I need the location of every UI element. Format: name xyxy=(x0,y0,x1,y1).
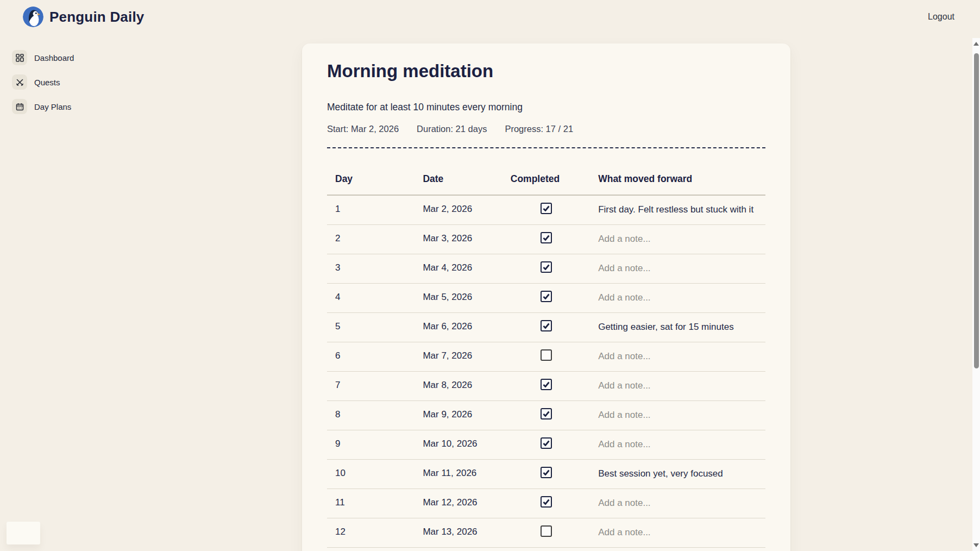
quest-table-body: 1Mar 2, 2026First day. Felt restless but… xyxy=(327,195,765,551)
note-cell: Best session yet, very focused xyxy=(590,460,765,489)
day-number: 12 xyxy=(327,518,414,548)
logout-button[interactable]: Logout xyxy=(928,12,954,22)
completed-checkbox[interactable] xyxy=(541,408,552,419)
note-text[interactable]: First day. Felt restless but stuck with … xyxy=(598,204,753,215)
completed-checkbox[interactable] xyxy=(541,437,552,449)
note-placeholder[interactable]: Add a note... xyxy=(598,527,650,537)
note-placeholder[interactable]: Add a note... xyxy=(598,351,650,361)
day-number: 9 xyxy=(327,430,414,460)
sidebar-item-day-plans[interactable]: Day Plans xyxy=(12,99,137,114)
day-number: 7 xyxy=(327,372,414,401)
table-row: 8Mar 9, 2026Add a note... xyxy=(327,401,765,430)
day-number: 3 xyxy=(327,254,414,284)
sidebar-item-dashboard[interactable]: Dashboard xyxy=(12,50,137,65)
note-placeholder[interactable]: Add a note... xyxy=(598,380,650,391)
table-row: Add a note... xyxy=(327,548,765,551)
table-header-row: Day Date Completed What moved forward xyxy=(327,162,765,195)
day-number: 6 xyxy=(327,342,414,372)
day-number: 8 xyxy=(327,401,414,430)
completed-cell xyxy=(502,430,590,460)
day-date: Mar 12, 2026 xyxy=(414,489,502,518)
app-header: Penguin Daily Logout xyxy=(0,0,980,35)
day-date: Mar 3, 2026 xyxy=(414,225,502,254)
table-row: 7Mar 8, 2026Add a note... xyxy=(327,372,765,401)
day-number: 11 xyxy=(327,489,414,518)
calendar-icon xyxy=(12,99,27,114)
completed-cell xyxy=(502,372,590,401)
table-row: 12Mar 13, 2026Add a note... xyxy=(327,518,765,548)
note-cell: Add a note... xyxy=(590,430,765,460)
completed-checkbox[interactable] xyxy=(541,203,552,214)
column-header-note: What moved forward xyxy=(590,162,765,195)
completed-checkbox[interactable] xyxy=(541,320,552,331)
brand: Penguin Daily xyxy=(23,7,145,27)
scrollbar-up-arrow-icon[interactable] xyxy=(973,42,979,46)
completed-checkbox[interactable] xyxy=(541,291,552,302)
note-text[interactable]: Getting easier, sat for 15 minutes xyxy=(598,322,733,332)
table-row: 11Mar 12, 2026Add a note... xyxy=(327,489,765,518)
completed-cell xyxy=(502,342,590,372)
note-placeholder[interactable]: Add a note... xyxy=(598,439,650,449)
completed-cell xyxy=(502,254,590,284)
day-number xyxy=(327,548,414,551)
day-date: Mar 2, 2026 xyxy=(414,195,502,225)
note-text[interactable]: Best session yet, very focused xyxy=(598,468,723,479)
completed-cell xyxy=(502,195,590,225)
day-date xyxy=(414,548,502,551)
completed-checkbox[interactable] xyxy=(541,525,552,537)
quest-detail-card: Morning meditation Meditate for at least… xyxy=(302,43,790,551)
ghost-panel xyxy=(7,522,40,544)
sidebar-item-label: Dashboard xyxy=(34,53,74,62)
day-number: 4 xyxy=(327,284,414,313)
note-placeholder[interactable]: Add a note... xyxy=(598,410,650,420)
table-row: 4Mar 5, 2026Add a note... xyxy=(327,284,765,313)
completed-checkbox[interactable] xyxy=(541,467,552,478)
note-placeholder[interactable]: Add a note... xyxy=(598,292,650,303)
app-title: Penguin Daily xyxy=(49,9,145,26)
day-date: Mar 10, 2026 xyxy=(414,430,502,460)
completed-checkbox[interactable] xyxy=(541,261,552,273)
completed-cell xyxy=(502,313,590,342)
note-placeholder[interactable]: Add a note... xyxy=(598,498,650,508)
completed-cell xyxy=(502,460,590,489)
scrollbar-track[interactable] xyxy=(972,38,980,551)
table-row: 2Mar 3, 2026Add a note... xyxy=(327,225,765,254)
table-row: 6Mar 7, 2026Add a note... xyxy=(327,342,765,372)
completed-cell xyxy=(502,489,590,518)
scrollbar-down-arrow-icon[interactable] xyxy=(973,543,979,547)
completed-cell xyxy=(502,518,590,548)
dashed-divider xyxy=(327,147,765,148)
note-placeholder[interactable]: Add a note... xyxy=(598,263,650,273)
sidebar: Dashboard Quests Day Plans xyxy=(12,50,137,123)
day-date: Mar 5, 2026 xyxy=(414,284,502,313)
completed-checkbox[interactable] xyxy=(541,232,552,243)
day-date: Mar 6, 2026 xyxy=(414,313,502,342)
note-cell: Add a note... xyxy=(590,372,765,401)
completed-cell xyxy=(502,401,590,430)
note-cell: Add a note... xyxy=(590,254,765,284)
table-row: 5Mar 6, 2026Getting easier, sat for 15 m… xyxy=(327,313,765,342)
day-number: 1 xyxy=(327,195,414,225)
completed-cell xyxy=(502,284,590,313)
note-cell: First day. Felt restless but stuck with … xyxy=(590,195,765,225)
note-cell: Add a note... xyxy=(590,401,765,430)
day-date: Mar 11, 2026 xyxy=(414,460,502,489)
day-date: Mar 8, 2026 xyxy=(414,372,502,401)
day-number: 2 xyxy=(327,225,414,254)
day-date: Mar 7, 2026 xyxy=(414,342,502,372)
sidebar-item-quests[interactable]: Quests xyxy=(12,74,137,90)
scrollbar-thumb[interactable] xyxy=(974,53,979,368)
crossed-swords-icon xyxy=(12,74,27,90)
quest-duration: Duration: 21 days xyxy=(417,123,487,135)
completed-checkbox[interactable] xyxy=(541,379,552,390)
note-placeholder[interactable]: Add a note... xyxy=(598,234,650,244)
sidebar-item-label: Day Plans xyxy=(34,102,71,111)
day-date: Mar 13, 2026 xyxy=(414,518,502,548)
completed-cell xyxy=(502,225,590,254)
table-row: 9Mar 10, 2026Add a note... xyxy=(327,430,765,460)
quest-title: Morning meditation xyxy=(327,60,765,83)
completed-checkbox[interactable] xyxy=(541,349,552,361)
completed-checkbox[interactable] xyxy=(541,496,552,508)
note-cell: Add a note... xyxy=(590,548,765,551)
penguin-logo-icon xyxy=(23,7,43,27)
